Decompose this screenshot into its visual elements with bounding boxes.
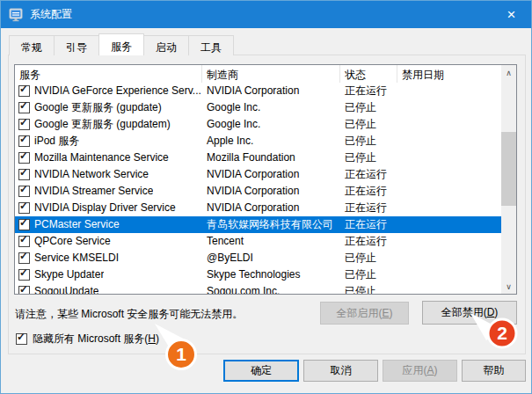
column-header-manufacturer[interactable]: 制造商 [202, 65, 340, 83]
scrollbar-thumb[interactable] [501, 132, 516, 206]
row-checkbox-checked-icon[interactable]: ✓ [18, 85, 30, 97]
row-date-disabled [397, 166, 501, 183]
row-manufacturer: Apple Inc. [202, 133, 340, 150]
tab-boot[interactable]: 引导 [54, 35, 99, 55]
notice-text: 请注意，某些 Microsoft 安全服务可能无法禁用。 [15, 307, 243, 322]
row-date-disabled [397, 116, 501, 133]
row-service-name: Google 更新服务 (gupdatem) [34, 116, 171, 133]
row-status: 已停止 [340, 133, 397, 150]
row-checkbox-checked-icon[interactable]: ✓ [18, 135, 30, 147]
column-header-status[interactable]: 状态 [340, 65, 397, 83]
row-service-name: NVIDIA Display Driver Service [34, 200, 176, 216]
row-service-name: PCMaster Service [34, 216, 120, 233]
row-status: 已停止 [340, 116, 397, 133]
table-row[interactable]: ✓ NVIDIA Streamer Service NVIDIA Corpora… [15, 183, 501, 200]
table-row[interactable]: ✓ Skype Updater Skype Technologies 已停止 [15, 266, 501, 283]
row-manufacturer: NVIDIA Corporation [202, 166, 340, 183]
row-service-cell: ✓ NVIDIA Display Driver Service [15, 200, 202, 216]
row-checkbox-checked-icon[interactable]: ✓ [18, 219, 30, 230]
vertical-scrollbar[interactable]: ∧ ∨ [501, 65, 516, 294]
checkbox-checked-icon[interactable]: ✓ [16, 333, 27, 345]
row-manufacturer: NVIDIA Corporation [202, 200, 340, 216]
close-button[interactable]: × [492, 1, 531, 28]
table-row[interactable]: ✓ NVIDIA Display Driver Service NVIDIA C… [15, 200, 501, 216]
table-row[interactable]: ✓ NVIDIA GeForce Experience Serv... NVID… [15, 83, 501, 99]
row-status: 正在运行 [340, 233, 397, 250]
row-service-name: NVIDIA GeForce Experience Serv... [34, 83, 201, 99]
row-service-cell: ✓ Skype Updater [15, 266, 202, 283]
row-date-disabled [397, 266, 501, 283]
row-manufacturer: Google Inc. [202, 116, 340, 133]
row-status: 正在运行 [340, 166, 397, 183]
row-service-cell: ✓ Mozilla Maintenance Service [15, 150, 202, 166]
table-row[interactable]: ✓ QPCore Service Tencent 正在运行 [15, 233, 501, 250]
row-checkbox-checked-icon[interactable]: ✓ [18, 169, 30, 180]
row-service-name: SogouUpdate [34, 283, 98, 294]
table-row[interactable]: ✓ Google 更新服务 (gupdatem) Google Inc. 已停止 [15, 116, 501, 133]
row-date-disabled [397, 99, 501, 116]
row-service-name: NVIDIA Streamer Service [34, 183, 153, 200]
scroll-down-icon[interactable]: ∨ [501, 279, 516, 294]
row-checkbox-checked-icon[interactable]: ✓ [18, 202, 30, 214]
cancel-button[interactable]: 取消 [303, 360, 378, 382]
hide-microsoft-services-checkbox[interactable]: ✓ 隐藏所有 Microsoft 服务(H) [16, 332, 159, 347]
table-row[interactable]: ✓ Google 更新服务 (gupdate) Google Inc. 已停止 [15, 99, 501, 116]
row-service-name: QPCore Service [34, 233, 111, 250]
table-row[interactable]: ✓ NVIDIA Network Service NVIDIA Corporat… [15, 166, 501, 183]
apply-button: 应用(A) [383, 360, 457, 382]
row-checkbox-checked-icon[interactable]: ✓ [18, 186, 30, 197]
row-service-name: iPod 服务 [34, 133, 79, 150]
help-button[interactable]: 帮助 [462, 360, 526, 382]
row-date-disabled [397, 283, 501, 294]
column-header-service[interactable]: 服务 [15, 65, 202, 83]
hide-microsoft-services-label: 隐藏所有 Microsoft 服务(H) [33, 332, 159, 347]
row-service-cell: ✓ Service KMSELDI [15, 250, 202, 266]
table-row[interactable]: ✓ iPod 服务 Apple Inc. 已停止 [15, 133, 501, 150]
row-status: 正在运行 [340, 83, 397, 99]
row-checkbox-checked-icon[interactable]: ✓ [18, 236, 30, 247]
tab-startup[interactable]: 启动 [143, 35, 189, 55]
system-configuration-window: 系统配置 × 常规 引导 服务 启动 工具 服务 制造商 状态 禁用日期 ✓ N… [0, 0, 532, 394]
row-status: 已停止 [340, 99, 397, 116]
row-service-name: NVIDIA Network Service [34, 166, 149, 183]
row-manufacturer: NVIDIA Corporation [202, 83, 340, 99]
row-checkbox-checked-icon[interactable]: ✓ [18, 152, 30, 164]
row-date-disabled [397, 200, 501, 216]
row-service-name: Mozilla Maintenance Service [34, 150, 169, 166]
row-service-cell: ✓ iPod 服务 [15, 133, 202, 150]
table-row[interactable]: ✓ SogouUpdate Sogou.com Inc. 已停止 [15, 283, 501, 294]
disable-all-button[interactable]: 全部禁用(D) [422, 301, 517, 325]
row-service-cell: ✓ NVIDIA GeForce Experience Serv... [15, 83, 202, 99]
table-row[interactable]: ✓ Mozilla Maintenance Service Mozilla Fo… [15, 150, 501, 166]
title-bar: 系统配置 × [1, 1, 531, 28]
row-manufacturer: Sogou.com Inc. [202, 283, 340, 294]
row-service-cell: ✓ NVIDIA Streamer Service [15, 183, 202, 200]
tab-services[interactable]: 服务 [98, 33, 144, 55]
column-header-date-disabled[interactable]: 禁用日期 [397, 65, 501, 83]
tab-general[interactable]: 常规 [9, 35, 55, 55]
row-checkbox-checked-icon[interactable]: ✓ [18, 286, 30, 294]
row-checkbox-checked-icon[interactable]: ✓ [18, 102, 30, 113]
tab-tools[interactable]: 工具 [188, 35, 234, 55]
row-manufacturer: Google Inc. [202, 99, 340, 116]
row-service-cell: ✓ QPCore Service [15, 233, 202, 250]
row-service-name: Google 更新服务 (gupdate) [34, 99, 162, 116]
services-list: 服务 制造商 状态 禁用日期 ✓ NVIDIA GeForce Experien… [14, 64, 517, 295]
msconfig-icon [9, 8, 23, 22]
row-status: 已停止 [340, 283, 397, 294]
row-checkbox-checked-icon[interactable]: ✓ [18, 269, 30, 281]
services-list-header: 服务 制造商 状态 禁用日期 [15, 65, 501, 83]
row-service-name: Service KMSELDI [34, 250, 119, 266]
table-row[interactable]: ✓ Service KMSELDI @ByELDI 已停止 [15, 250, 501, 266]
row-checkbox-checked-icon[interactable]: ✓ [18, 252, 30, 264]
scroll-up-icon[interactable]: ∧ [501, 65, 516, 80]
table-row[interactable]: ✓ PCMaster Service 青岛软媒网络科技有限公司 正在运行 [15, 216, 501, 233]
row-status: 正在运行 [340, 216, 397, 233]
row-checkbox-checked-icon[interactable]: ✓ [18, 119, 30, 130]
row-date-disabled [397, 216, 501, 233]
row-service-name: Skype Updater [34, 266, 104, 283]
row-manufacturer: Skype Technologies [202, 266, 340, 283]
row-date-disabled [397, 150, 501, 166]
row-date-disabled [397, 183, 501, 200]
ok-button[interactable]: 确定 [223, 360, 299, 382]
